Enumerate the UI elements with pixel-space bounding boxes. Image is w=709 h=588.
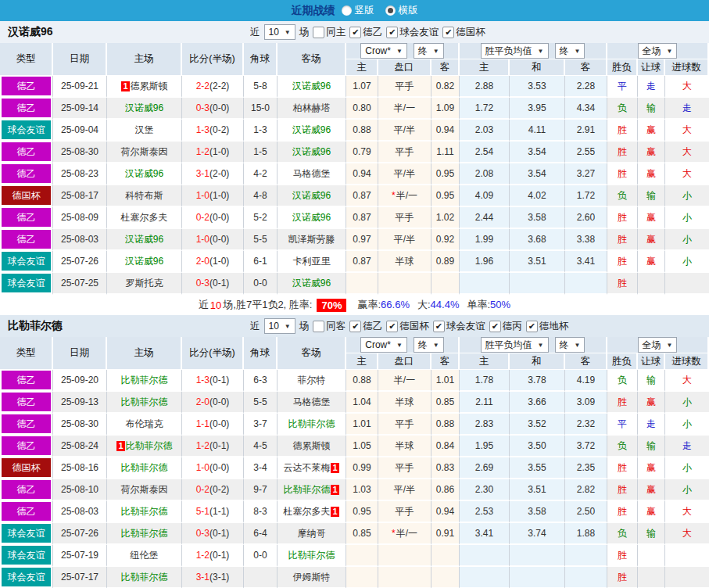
team-name[interactable]: 汉诺威96 [292, 145, 331, 159]
team-name[interactable]: 汉堡 [135, 124, 154, 137]
team-name[interactable]: 云达不莱梅 [283, 461, 330, 475]
odds-source-select[interactable]: 全场▼ [638, 337, 678, 353]
team-name[interactable]: 凯泽斯劳滕 [288, 233, 335, 246]
team-name[interactable]: 荷尔斯泰因 [121, 145, 168, 159]
team-name[interactable]: 德累斯顿 [293, 439, 331, 453]
league-checkbox[interactable]: 德国杯 [442, 26, 485, 39]
odds-source-select[interactable]: Crow*▼ [360, 337, 407, 353]
result-handicap: 输 [638, 185, 665, 207]
same-venue-checkbox[interactable]: 同主 [313, 26, 346, 39]
score: 1-0(0-0) [182, 229, 244, 251]
team-name[interactable]: 比勒菲尔德 [121, 374, 168, 387]
section-hannover: 汉诺威96 近10▼场同主德乙球会友谊德国杯 类型日期主场比分(半场)角球客场C… [0, 21, 709, 315]
odds-source-select[interactable]: 胜平负均值▼ [481, 337, 549, 353]
checkbox-icon[interactable] [489, 321, 501, 332]
odds-source-select[interactable]: 终▼ [555, 337, 585, 353]
team-name[interactable]: 汉诺威96 [125, 233, 163, 246]
checkbox-icon[interactable] [386, 27, 398, 38]
layout-radio[interactable]: 横版 [385, 4, 418, 17]
odds-source-select[interactable]: Crow*▼ [360, 43, 407, 59]
team-name[interactable]: 比勒菲尔德 [121, 396, 168, 409]
summary-count: 10 [210, 299, 221, 311]
team-name[interactable]: 汉诺威96 [292, 277, 331, 290]
league-checkbox[interactable]: 德乙 [349, 26, 382, 39]
checkbox-icon[interactable] [433, 321, 445, 332]
team-name[interactable]: 马格德堡 [293, 167, 331, 181]
team-name[interactable]: 汉诺威96 [125, 255, 163, 268]
select-value: Crow* [365, 339, 391, 350]
column-subheader: 客 [431, 59, 460, 76]
home-team: 汉诺威96 [107, 163, 182, 185]
team-name[interactable]: 德累斯顿 [131, 80, 168, 93]
corner-score: 6-3 [244, 370, 278, 392]
mean-away: 2.35 [565, 457, 607, 479]
checkbox-icon[interactable] [526, 321, 538, 332]
checkbox-icon[interactable] [349, 27, 361, 38]
team-name[interactable]: 比勒菲尔德 [121, 461, 168, 475]
team-name[interactable]: 比勒菲尔德 [121, 505, 168, 518]
team-name[interactable]: 纽伦堡 [131, 549, 159, 562]
team-name[interactable]: 布伦瑞克 [126, 418, 163, 431]
team-name[interactable]: 马格德堡 [293, 396, 331, 409]
team-name[interactable]: 菲尔特 [298, 374, 326, 387]
checkbox-icon[interactable] [349, 321, 361, 332]
red-card-badge: 1 [116, 441, 124, 451]
checkbox-icon[interactable] [313, 27, 324, 38]
odds-away: 1.09 [431, 98, 460, 120]
odds-source-select[interactable]: 终▼ [414, 43, 444, 59]
team-name[interactable]: 比勒菲尔德 [288, 549, 335, 562]
match-count-select[interactable]: 10▼ [264, 318, 295, 334]
summary-record: 场,胜7平1负2, 胜率: [223, 298, 312, 312]
team-name[interactable]: 杜塞尔多夫 [283, 505, 330, 518]
team-name[interactable]: 卡利亚里 [293, 255, 331, 268]
radio-icon[interactable] [385, 5, 396, 16]
team-name[interactable]: 杜塞尔多夫 [121, 211, 168, 224]
team-name[interactable]: 柏林赫塔 [293, 102, 331, 115]
team-name[interactable]: 比勒菲尔德 [121, 571, 168, 584]
team-name[interactable]: 汉诺威96 [292, 80, 331, 93]
match-count-select[interactable]: 10▼ [264, 24, 295, 40]
team-name[interactable]: 汉诺威96 [125, 102, 163, 115]
odds-source-select[interactable]: 终▼ [414, 337, 444, 353]
odds-source-select[interactable]: 胜平负均值▼ [481, 43, 549, 59]
away-team: 汉诺威96 [278, 207, 346, 229]
team-name[interactable]: 汉诺威96 [292, 124, 331, 137]
team-name[interactable]: 比勒菲尔德 [283, 483, 330, 497]
handicap-text: 平手 [396, 418, 414, 431]
result-wdl: 平 [607, 76, 638, 98]
league-checkbox[interactable]: 德丙 [489, 320, 522, 333]
team-name[interactable]: 摩纳哥 [298, 527, 326, 540]
same-venue-checkbox[interactable]: 同客 [313, 320, 346, 333]
layout-radio[interactable]: 竖版 [342, 4, 374, 17]
league-checkbox[interactable]: 球会友谊 [433, 320, 485, 333]
team-name[interactable]: 比勒菲尔德 [121, 527, 168, 540]
team-name[interactable]: 比勒菲尔德 [288, 418, 335, 431]
filter-controls: 近10▼场同主德乙球会友谊德国杯 [250, 21, 485, 43]
league-checkbox[interactable]: 德乙 [349, 320, 382, 333]
league-checkbox[interactable]: 球会友谊 [386, 26, 439, 39]
score: 1-1(0-0) [182, 414, 244, 436]
checkbox-icon[interactable] [313, 321, 324, 332]
team-name[interactable]: 汉诺威96 [292, 189, 331, 203]
team-name[interactable]: 罗斯托克 [126, 277, 163, 290]
team-name[interactable]: 比勒菲尔德 [126, 439, 173, 453]
checkbox-icon[interactable] [442, 27, 454, 38]
column-header: 主场 [107, 337, 182, 370]
match-date: 25-07-17 [53, 567, 107, 588]
column-subheader: 主 [460, 353, 510, 370]
team-name[interactable]: 科特布斯 [126, 189, 163, 203]
team-name[interactable]: 荷尔斯泰因 [121, 483, 168, 497]
league-checkbox[interactable]: 德地杯 [526, 320, 569, 333]
table-header: 类型日期主场比分(半场)角球客场Crow*▼终▼胜平负均值▼终▼全场▼主盘口客主… [0, 337, 709, 370]
radio-icon[interactable] [342, 5, 352, 16]
odds-source-select[interactable]: 全场▼ [638, 43, 678, 59]
fulltime-score: 1-0 [196, 190, 209, 201]
league-checkbox[interactable]: 德国杯 [386, 320, 429, 333]
odds-source-select[interactable]: 终▼ [555, 43, 585, 59]
team-name[interactable]: 汉诺威96 [125, 167, 163, 181]
result-text: 赢 [646, 145, 656, 159]
column-header: 日期 [53, 43, 107, 76]
team-name[interactable]: 伊姆斯特 [293, 571, 331, 584]
checkbox-icon[interactable] [386, 321, 398, 332]
team-name[interactable]: 汉诺威96 [292, 211, 331, 224]
